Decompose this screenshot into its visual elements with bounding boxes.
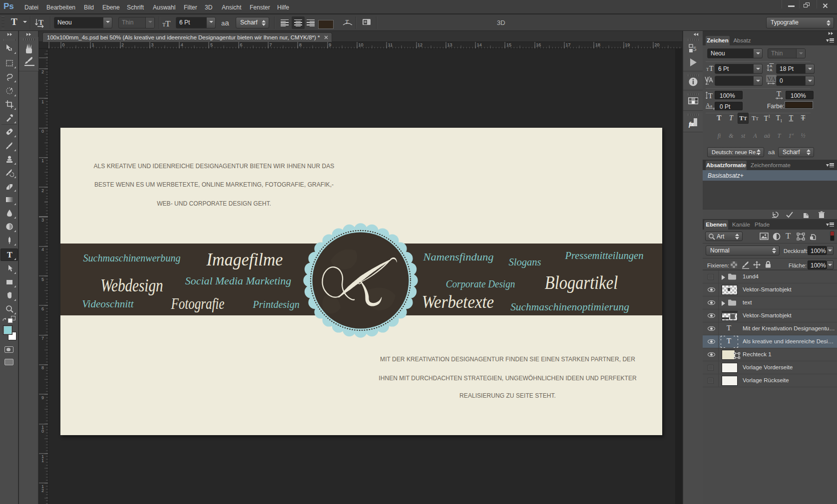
svg-text:T: T: [709, 65, 714, 72]
svg-text:5: 5: [693, 45, 697, 52]
svg-text:T: T: [165, 19, 171, 28]
svg-text:A: A: [770, 68, 773, 72]
svg-text:fx: fx: [689, 120, 694, 128]
svg-text:T: T: [345, 18, 349, 25]
svg-text:a: a: [710, 103, 712, 108]
svg-text:A: A: [771, 75, 776, 82]
svg-text:T: T: [7, 251, 12, 259]
svg-text:T: T: [38, 18, 43, 26]
svg-text:A: A: [706, 102, 710, 109]
svg-text:T: T: [777, 90, 781, 98]
svg-text:T: T: [708, 92, 713, 100]
